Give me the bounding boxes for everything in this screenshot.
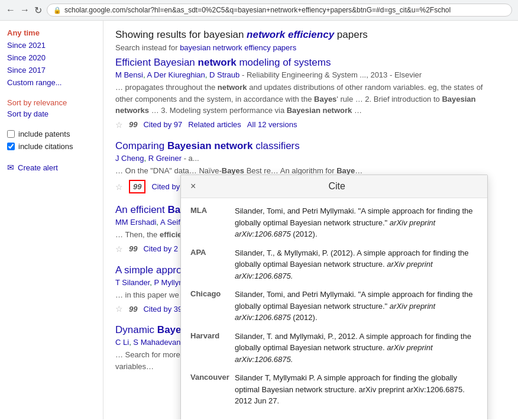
include-patents-row: include patents (7, 128, 96, 140)
include-patents-checkbox[interactable] (7, 130, 15, 138)
lock-icon: 🔒 (53, 7, 61, 14)
cite-button-4[interactable]: 99 (129, 305, 137, 314)
vancouver-label: Vancouver (190, 372, 235, 407)
envelope-icon: ✉ (7, 163, 14, 172)
modal-body: MLA Silander, Tomi, and Petri Myllymaki.… (181, 198, 487, 419)
cited-by-3[interactable]: Cited by 2 (143, 244, 178, 253)
main-content: Showing results for bayesian network eff… (103, 21, 518, 419)
result-author-2a[interactable]: J Cheng (115, 154, 144, 163)
cite-modal: × Cite MLA Silander, Tomi, and Petri Myl… (180, 175, 488, 419)
result-author-5b[interactable]: S Mahadevan (133, 338, 180, 347)
sidebar-custom-range[interactable]: Custom range... (7, 76, 96, 89)
result-author-1b[interactable]: A Der Kiureghian (147, 70, 205, 79)
cite-button-3[interactable]: 99 (129, 244, 137, 253)
back-button[interactable]: ← (6, 5, 15, 15)
sort-by-date[interactable]: Sort by date (7, 108, 96, 119)
result-title-bold-1: network (198, 57, 237, 68)
result-author-2b[interactable]: R Greiner (148, 154, 182, 163)
results-header: Showing results for bayesian network eff… (115, 29, 506, 52)
result-author-3a[interactable]: MM Ershadi (115, 218, 156, 227)
result-author-5a[interactable]: C Li (115, 338, 129, 347)
suggest-prefix: Search instead for (115, 43, 180, 52)
results-title-pre: Showing results for bayesian (115, 29, 247, 40)
time-filter-section: Any time Since 2021 Since 2020 Since 201… (7, 27, 96, 89)
vancouver-text: Silander T, Myllymaki P. A simple approa… (235, 372, 478, 407)
cite-row-apa: APA Silander, T., & Myllymaki, P. (2012)… (190, 247, 478, 282)
include-patents-label: include patents (18, 130, 70, 138)
results-query-bold: network efficiency (247, 29, 334, 40)
modal-header: × Cite (181, 175, 487, 198)
result-author-3b[interactable]: A Seifi (160, 218, 182, 227)
chicago-text: Silander, Tomi, and Petri Myllymaki. "A … (235, 289, 478, 324)
sidebar-since-2020[interactable]: Since 2020 (7, 51, 96, 64)
results-title-post: papers (334, 29, 368, 40)
create-alert-link[interactable]: ✉ Create alert (7, 161, 96, 174)
sort-by-relevance[interactable]: Sort by relevance (7, 97, 96, 108)
sidebar-any-time[interactable]: Any time (7, 27, 96, 39)
cite-row-harvard: Harvard Silander, T. and Myllymaki, P., … (190, 331, 478, 366)
results-title: Showing results for bayesian network eff… (115, 29, 506, 41)
star-icon-4[interactable]: ☆ (115, 304, 123, 314)
result-author-4a[interactable]: T Silander (115, 278, 150, 287)
sidebar-since-2017[interactable]: Since 2017 (7, 64, 96, 76)
result-title-2: Comparing Bayesian network classifiers (115, 140, 494, 152)
result-title-pre-5: Dynamic (115, 324, 157, 335)
apa-text: Silander, T., & Myllymaki, P. (2012). A … (235, 247, 478, 282)
forward-button[interactable]: → (20, 5, 30, 15)
cite-button-1[interactable]: 99 (129, 120, 137, 129)
star-icon-2[interactable]: ☆ (115, 182, 123, 192)
result-author-1c[interactable]: D Straub (209, 70, 239, 79)
cited-by-1[interactable]: Cited by 97 (143, 120, 182, 129)
cite-button-2[interactable]: 99 (129, 180, 145, 193)
result-title-bold-2: Bayesian network (167, 140, 253, 151)
sidebar: Any time Since 2021 Since 2020 Since 201… (0, 21, 103, 419)
cite-row-chicago: Chicago Silander, Tomi, and Petri Myllym… (190, 289, 478, 324)
result-actions-1: ☆ 99 Cited by 97 Related articles All 12… (115, 120, 494, 130)
result-meta-2: J Cheng, R Greiner - a... (115, 154, 494, 163)
sidebar-since-2021[interactable]: Since 2021 (7, 39, 96, 51)
result-title-post-1: modeling of systems (237, 57, 331, 68)
result-title-1: Efficient Bayesian network modeling of s… (115, 57, 494, 69)
result-author-1a[interactable]: M Bensi (115, 70, 143, 79)
result-journal-1: - Reliability Engineering & System ..., … (242, 70, 422, 79)
cite-row-vancouver: Vancouver Silander T, Myllymaki P. A sim… (190, 372, 478, 407)
mla-label: MLA (190, 205, 235, 240)
star-icon-3[interactable]: ☆ (115, 244, 123, 254)
result-title-pre-3: An efficient (115, 204, 168, 215)
reload-button[interactable]: ↻ (34, 5, 42, 16)
address-bar[interactable]: 🔒 scholar.google.com/scholar?hl=en&as_sd… (47, 4, 512, 17)
suggest-link-row: Search instead for bayesian netrwork eff… (115, 43, 506, 52)
related-1[interactable]: Related articles (188, 120, 241, 129)
include-citations-checkbox[interactable] (7, 143, 15, 150)
result-link-2[interactable]: Comparing Bayesian network classifiers (115, 140, 300, 151)
result-title-pre-2: Comparing (115, 140, 167, 151)
page-body: Any time Since 2021 Since 2020 Since 201… (0, 21, 518, 419)
result-snippet-1: … propagates throughout the network and … (115, 82, 494, 117)
result-title-post-2: classifiers (252, 140, 299, 151)
include-citations-label: include citations (18, 142, 73, 151)
include-citations-row: include citations (7, 140, 96, 153)
result-title-pre-1: Efficient Bayesian (115, 57, 198, 68)
browser-bar: ← → ↻ 🔒 scholar.google.com/scholar?hl=en… (0, 0, 518, 21)
apa-label: APA (190, 247, 235, 282)
chicago-label: Chicago (190, 289, 235, 324)
harvard-label: Harvard (190, 331, 235, 366)
suggest-link[interactable]: bayesian netrwork effiency papers (180, 43, 296, 52)
mla-text: Silander, Tomi, and Petri Myllymaki. "A … (235, 205, 478, 240)
sort-section: Sort by relevance Sort by date (7, 97, 96, 119)
star-icon-1[interactable]: ☆ (115, 120, 123, 130)
create-alert-label: Create alert (18, 163, 58, 172)
cite-row-mla: MLA Silander, Tomi, and Petri Myllymaki.… (190, 205, 478, 240)
result-item-1: Efficient Bayesian network modeling of s… (115, 57, 494, 130)
versions-1[interactable]: All 12 versions (247, 120, 297, 129)
result-journal-2: - a... (184, 154, 199, 163)
result-meta-1: M Bensi, A Der Kiureghian, D Straub - Re… (115, 70, 494, 79)
filter-section: include patents include citations (7, 128, 96, 153)
modal-close-button[interactable]: × (190, 181, 196, 192)
url-text: scholar.google.com/scholar?hl=en&as_sdt=… (64, 6, 451, 14)
result-link-1[interactable]: Efficient Bayesian network modeling of s… (115, 57, 331, 68)
modal-title: Cite (196, 181, 478, 192)
harvard-text: Silander, T. and Myllymaki, P., 2012. A … (235, 331, 478, 366)
